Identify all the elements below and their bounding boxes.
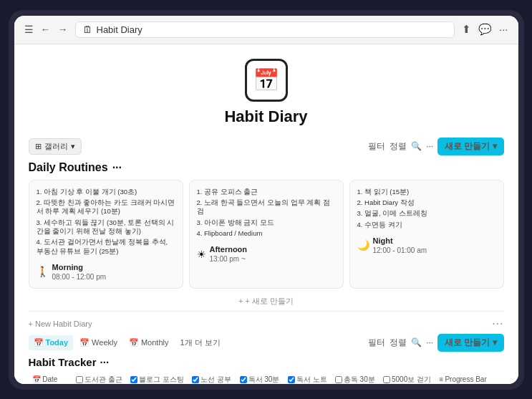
bottom-search-icon[interactable]: 🔍 <box>411 337 422 347</box>
morning-task-3: 3. 세수하고 워들 끊기 (30분, 토론 선택의 시간을 줄이기 위해 전날… <box>37 218 175 236</box>
bottom-new-label: 새로 만들기 <box>445 337 490 349</box>
tracker-table: 📅 Date 도서관 출근 <box>29 372 504 384</box>
bottom-sort-label[interactable]: 정렬 <box>390 337 407 349</box>
sort-label[interactable]: 정렬 <box>390 140 407 153</box>
morning-label: Morning <box>52 263 107 271</box>
menu-icon[interactable]: ☰ <box>24 24 34 35</box>
th-checkbox-6[interactable] <box>335 376 342 383</box>
browser-actions: ⬆ 💬 ··· <box>462 23 508 36</box>
new-dropdown-icon: ▾ <box>493 141 497 151</box>
browser-topbar: ☰ ← → 🗓 Habit Diary ⬆ 💬 ··· <box>14 16 518 44</box>
th-checkbox-5[interactable] <box>288 376 295 383</box>
th-col-4: 독서 30분 <box>236 372 284 384</box>
search-icon[interactable]: 🔍 <box>411 141 422 151</box>
monthly-icon: 📅 <box>129 338 139 347</box>
forward-icon[interactable]: → <box>58 24 68 35</box>
app-icon: 📅 <box>245 59 288 102</box>
th-checkbox-7[interactable] <box>383 376 390 383</box>
tab-weekly[interactable]: 📅 Weekly <box>74 335 122 350</box>
th-col-3: 노선 공부 <box>188 372 236 384</box>
night-task-list: 1. 책 읽기 (15분) 2. Habit Diary 작성 3. 얼굴, 이… <box>357 188 496 229</box>
app-calendar-icon: 📅 <box>253 67 279 92</box>
tab-more-views[interactable]: 1개 더 보기 <box>175 335 225 350</box>
view-tabs: 📅 Today 📅 Weekly 📅 Monthly 1개 더 보기 <box>29 335 226 350</box>
toolbar-actions: 필터 정렬 🔍 ··· 새로 만들기 ▾ <box>368 138 503 155</box>
gallery-icon: ⊞ <box>35 142 42 151</box>
bottom-new-dropdown: ▾ <box>493 337 497 347</box>
routines-grid: 1. 아침 기상 후 이불 개기 (30초) 2. 따뜻한 친과 좋아하는 카도… <box>29 180 504 289</box>
filter-label[interactable]: 필터 <box>368 140 385 153</box>
calendar-tab-icon: 🗓 <box>83 24 92 35</box>
back-icon[interactable]: ← <box>41 24 51 35</box>
night-task-3: 3. 얼굴, 이메 스트레칭 <box>357 209 496 218</box>
night-task-1: 1. 책 읽기 (15분) <box>357 188 496 196</box>
morning-task-2: 2. 따뜻한 친과 좋아하는 카도 크래커 마시면서 하루 계획 세우기 (10… <box>37 198 175 216</box>
morning-time: 08:00 - 12:00 pm <box>52 273 107 281</box>
new-habit-diary-button[interactable]: + New Habit Diary <box>29 319 92 328</box>
share-icon[interactable]: ⬆ <box>462 23 471 36</box>
app-title: Habit Diary <box>224 107 307 126</box>
gallery-label: 갤러리 <box>44 141 68 152</box>
night-footer: 🌙 Night 12:00 - 01:00 am <box>357 236 496 254</box>
night-moon-icon: 🌙 <box>357 239 369 251</box>
weekly-label: Weekly <box>92 338 117 347</box>
bottom-section: + New Habit Diary ··· 📅 Today 📅 Weekly <box>29 311 504 384</box>
bottom-toolbar: 📅 Today 📅 Weekly 📅 Monthly 1개 더 보기 <box>29 334 504 352</box>
th-col-7: 5000보 걷기 <box>379 372 436 384</box>
morning-card: 1. 아침 기상 후 이불 개기 (30초) 2. 따뜻한 친과 좋아하는 카도… <box>29 180 183 289</box>
progress-bar-icon: ≡ <box>440 375 444 383</box>
afternoon-footer: ☀ Afternoon 13:00 pm ~ <box>197 245 336 263</box>
th-checkbox-1[interactable] <box>76 376 83 383</box>
app-header: 📅 Habit Diary <box>29 44 504 138</box>
bottom-more-options[interactable]: ··· <box>426 337 433 347</box>
th-checkbox-4[interactable] <box>240 376 247 383</box>
add-icon: + <box>238 297 243 305</box>
th-date-icon: 📅 <box>32 375 41 383</box>
afternoon-time: 13:00 pm ~ <box>210 255 248 263</box>
more-options-icon[interactable]: ··· <box>426 141 433 151</box>
th-col-6: 총독 30분 <box>332 372 379 384</box>
night-task-4: 4. 수면등 켜기 <box>357 221 496 229</box>
tracker-more[interactable]: ··· <box>100 356 110 368</box>
afternoon-label: Afternoon <box>210 245 248 254</box>
night-card: 1. 책 읽기 (15분) 2. Habit Diary 작성 3. 얼굴, 이… <box>349 180 504 289</box>
th-col-5: 독서 노트 <box>284 372 332 384</box>
bottom-filter-label[interactable]: 필터 <box>368 337 385 349</box>
th-checkbox-2[interactable] <box>130 376 137 383</box>
night-time: 12:00 - 01:00 am <box>373 246 427 254</box>
content-area: 📅 Habit Diary ⊞ 갤러리 ▾ 필터 정렬 🔍 ··· <box>14 44 518 384</box>
tracker-title-label: Habit Tracker <box>29 356 97 368</box>
morning-task-list: 1. 아침 기상 후 이불 개기 (30초) 2. 따뜻한 친과 좋아하는 카도… <box>37 188 175 256</box>
tab-title: Habit Diary <box>97 24 142 35</box>
night-task-2: 2. Habit Diary 작성 <box>357 198 496 207</box>
tracker-header-row: 📅 Date 도서관 출근 <box>29 372 504 384</box>
afternoon-task-1: 1. 공유 오피스 출근 <box>197 188 336 196</box>
tab-monthly[interactable]: 📅 Monthly <box>124 335 174 350</box>
bottom-new-button[interactable]: 새로 만들기 ▾ <box>437 334 503 352</box>
chat-icon[interactable]: 💬 <box>478 23 492 36</box>
bottom-more-icon[interactable]: ··· <box>492 317 503 330</box>
monthly-label: Monthly <box>141 338 169 347</box>
add-routine-row: + + 새로 만들기 <box>29 296 504 307</box>
morning-task-1: 1. 아침 기상 후 이불 개기 (30초) <box>37 188 175 196</box>
gallery-dropdown-icon: ▾ <box>71 142 75 151</box>
afternoon-task-2: 2. 노래 한곡 들으면서 오늘의 업무 계획 점검 <box>197 198 336 216</box>
th-checkbox-3[interactable] <box>192 376 199 383</box>
daily-routines-more[interactable]: ··· <box>112 161 122 174</box>
daily-routines-title: Daily Routines ··· <box>29 161 504 174</box>
th-date: 📅 Date <box>29 372 72 384</box>
new-habit-label: + New Habit Diary <box>29 319 92 328</box>
afternoon-task-list: 1. 공유 오피스 출근 2. 노래 한곡 들으면서 오늘의 업무 계획 점검 … <box>197 188 336 239</box>
add-routine-label: + 새로 만들기 <box>245 296 294 307</box>
daily-routines-label: Daily Routines <box>29 161 108 174</box>
th-col-2: 블로그 포스팅 <box>127 372 188 384</box>
add-routine-button[interactable]: + + 새로 만들기 <box>238 296 294 307</box>
new-button[interactable]: 새로 만들기 ▾ <box>437 138 503 155</box>
tab-today[interactable]: 📅 Today <box>29 335 74 350</box>
morning-person-icon: 🚶 <box>37 266 49 277</box>
gallery-button[interactable]: ⊞ 갤러리 ▾ <box>29 138 82 155</box>
morning-footer: 🚶 Morning 08:00 - 12:00 pm <box>37 263 175 281</box>
browser-more-icon[interactable]: ··· <box>499 23 508 36</box>
address-bar: 🗓 Habit Diary <box>75 21 455 38</box>
tracker-title: Habit Tracker ··· <box>29 356 504 368</box>
